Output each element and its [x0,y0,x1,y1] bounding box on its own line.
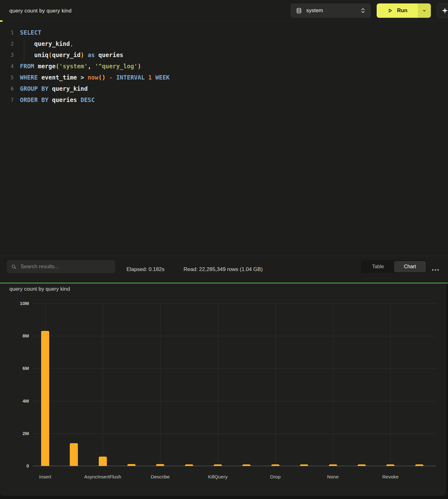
chart-bar[interactable] [41,331,49,466]
more-options-button[interactable]: ⋯ [430,256,441,283]
chart-bar[interactable] [156,464,164,466]
line-number: 2 [0,41,14,47]
token-fn: now [88,74,98,81]
token-kw: INTERVAL [116,74,145,81]
y-axis-tick-label: 4M [14,398,29,404]
token-pn: ) [138,63,141,70]
x-axis-tick-label: Describe [134,474,187,480]
bar-chart-plot: 02M4M6M8M10MInsertAsyncInsertFlushDescri… [0,283,446,496]
line-number: 4 [0,63,14,69]
gridline-vertical [103,303,103,466]
y-axis-tick-label: 2M [14,431,29,436]
database-selector[interactable]: system [291,3,371,18]
token-id: queries [95,51,123,58]
code-line: 3 uniq(query_id) as queries [0,49,448,61]
token-op: , [70,40,73,47]
token-kw: FROM [20,63,34,70]
code-line: 2 query_kind, [0,38,448,49]
sql-editor[interactable]: 1SELECT2 query_kind,3 uniq(query_id) as … [0,22,448,256]
run-split-button: Run [377,3,431,18]
line-number: 5 [0,75,14,80]
x-axis-tick-label: AsyncInsertFlush [76,474,129,480]
format-query-button[interactable] [437,3,448,18]
chevron-down-icon [422,8,427,13]
search-results-input[interactable] [20,263,111,270]
token-id: query_kind [49,85,88,92]
code-line: 7ORDER BY queries DESC [0,94,448,105]
x-axis-tick-label: KillQuery [191,474,244,480]
gridline-horizontal [33,368,436,369]
token-id: , [88,63,95,70]
y-axis-tick-label: 6M [14,366,29,371]
chart-bar[interactable] [127,464,136,466]
token-pn: ( [55,63,59,70]
gridline-horizontal [33,336,436,336]
chart-bar[interactable] [214,464,222,466]
chart-bar[interactable] [358,464,366,466]
token-kw: ORDER BY [20,96,49,103]
code-line: 4FROM merge('system', '^query_log') [0,61,448,72]
x-axis-tick-label: Insert [19,474,72,480]
token-id: event_time > [38,74,88,81]
x-axis-tick-label: Drop [249,474,302,480]
token-id [84,51,88,58]
code-line: 6GROUP BY query_kind [0,83,448,94]
code-line-text: query_kind, [14,40,74,47]
gridline-vertical [333,303,333,466]
gridline-vertical [275,303,276,466]
token-st: '^query_log' [95,63,137,70]
chart-bar[interactable] [386,464,394,466]
chart-bar[interactable] [415,464,423,466]
run-button[interactable]: Run [377,3,418,18]
y-axis-tick-label: 10M [14,301,29,306]
elapsed-stat: Elapsed: 0.182s [126,256,164,283]
gridline-vertical [218,303,218,466]
line-number: 3 [0,52,14,58]
chart-bar[interactable] [99,457,107,466]
indent-guide [24,40,24,61]
token-id: query_id [52,51,81,58]
tab-chart[interactable]: Chart [394,261,426,272]
gridline-horizontal [33,401,436,401]
gridline-horizontal [33,434,436,434]
chart-bar[interactable] [70,443,78,466]
chevron-updown-icon [360,7,366,14]
code-line: 5WHERE event_time > now() - INTERVAL 1 W… [0,72,448,83]
y-axis-tick-label: 0 [14,463,29,468]
token-pn: () [98,74,106,81]
chart-panel: query count by query kind 02M4M6M8M10MIn… [0,283,446,496]
search-icon [11,264,17,270]
code-line-text: SELECT [14,29,41,36]
x-axis-line [33,466,436,466]
read-stat: Read: 22,285,349 rows (1.04 GB) [183,256,263,283]
token-id: queries [49,96,81,103]
chart-bar[interactable] [242,464,250,466]
line-number: 6 [0,86,14,92]
run-options-button[interactable] [418,3,431,18]
code-line-text: uniq(query_id) as queries [14,51,123,58]
code-line-text: ORDER BY queries DESC [14,96,95,103]
token-pn: ( [49,51,52,58]
search-results-box[interactable] [7,260,115,273]
database-selector-value: system [306,7,323,14]
tab-table[interactable]: Table [362,261,394,272]
ellipsis-icon: ⋯ [431,265,440,274]
line-number: 1 [0,30,14,36]
sparkle-icon [441,7,448,14]
token-nm: 1 [145,74,155,81]
token-id: merge [34,63,56,70]
chart-bar[interactable] [185,464,193,466]
x-axis-tick-label: Revoke [364,474,417,480]
token-id: query_kind [20,40,70,47]
token-kw: SELECT [20,29,41,36]
chart-bar[interactable] [300,464,308,466]
gridline-vertical [160,303,160,466]
gridline-horizontal [33,303,436,304]
code-line-text: WHERE event_time > now() - INTERVAL 1 WE… [14,74,170,81]
token-kw: WEEK [155,74,170,81]
query-title: query count by query kind [9,0,72,22]
chart-bar[interactable] [329,464,337,466]
chart-bar[interactable] [271,464,279,466]
token-kw: as [88,51,95,58]
token-pn: ) [80,51,84,58]
